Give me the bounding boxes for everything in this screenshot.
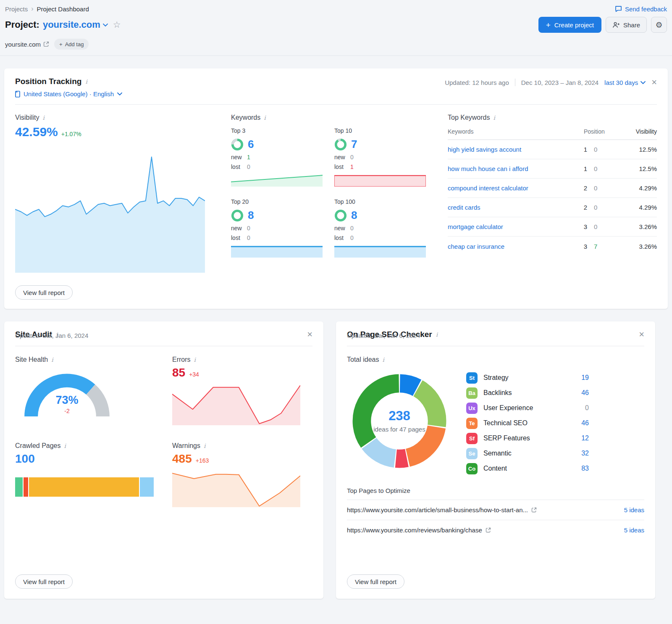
semantic-count-link[interactable]: 32 <box>570 450 589 457</box>
breadcrumb-separator-icon: › <box>31 5 33 13</box>
ideas-donut-chart: 238 ideas for 47 pages <box>347 369 452 474</box>
view-full-report-button[interactable]: View full report <box>15 285 73 300</box>
info-icon[interactable]: i <box>85 78 87 85</box>
site-health-label: Site Health <box>15 356 48 363</box>
breadcrumb-current: Project Dashboard <box>37 5 89 13</box>
keywords-top100-bucket: Top 100 8 new0 lost0 <box>334 198 426 258</box>
position-tracking-title: Position Tracking <box>15 77 81 86</box>
feedback-bubble-icon <box>615 5 622 12</box>
page-url-link[interactable]: https://www.yoursite.com/article/small-b… <box>347 506 537 513</box>
table-row: mortgage calculator 30 3.26% <box>448 217 657 237</box>
top20-count: 8 <box>248 209 254 222</box>
updated-timestamp: Updated: Sat, Jan 6, 2024 <box>15 332 312 346</box>
errors-trend-chart <box>172 385 300 425</box>
favorite-star-icon[interactable]: ☆ <box>113 20 121 30</box>
backlinks-badge: Ba <box>466 387 478 399</box>
period-dropdown[interactable]: last 30 days <box>604 79 646 86</box>
settings-gear-button[interactable]: ⚙ <box>651 17 667 33</box>
top-keywords-section: Top Keywords i Keywords Position Visibil… <box>448 114 657 273</box>
keyword-link[interactable]: high yield savings account <box>448 146 573 153</box>
top100-ring-chart <box>334 209 347 222</box>
chevron-down-icon <box>117 92 122 95</box>
legend-item: Co Content 83 <box>466 461 644 476</box>
site-health-delta: -2 <box>18 408 116 414</box>
top-keywords-table: Keywords Position Visibility high yield … <box>448 128 657 256</box>
technical-seo-count-link[interactable]: 46 <box>570 419 589 427</box>
info-icon[interactable]: i <box>204 442 205 449</box>
table-row: compound interest calculator 20 4.29% <box>448 179 657 198</box>
top100-lost: 0 <box>350 234 354 241</box>
content-count-link[interactable]: 83 <box>570 465 589 472</box>
keyword-link[interactable]: cheap car insurance <box>448 243 573 250</box>
top3-sparkline <box>231 175 323 187</box>
view-full-report-button[interactable]: View full report <box>15 574 73 589</box>
page-url-link[interactable]: https://www.yoursite.com/reviews/banking… <box>347 527 491 534</box>
keyword-link[interactable]: credit cards <box>448 204 573 211</box>
keywords-top10-bucket: Top 10 7 new0 lost1 <box>334 127 426 187</box>
info-icon[interactable]: i <box>194 356 196 363</box>
plus-icon: + <box>546 21 551 29</box>
site-health-section: Site Health i 73% -2 <box>15 356 155 425</box>
project-domain-link[interactable]: yoursite.com <box>5 41 49 48</box>
info-icon[interactable]: i <box>64 442 66 449</box>
keywords-label: Keywords <box>231 114 260 121</box>
view-full-report-button[interactable]: View full report <box>347 574 404 589</box>
top10-sparkline <box>334 175 426 187</box>
total-ideas-value: 238 <box>368 408 431 424</box>
visibility-value: 42.59% <box>15 125 58 139</box>
keywords-top20-bucket: Top 20 8 new0 lost0 <box>231 198 323 258</box>
backlinks-count-link[interactable]: 46 <box>570 389 589 397</box>
page-ideas-link[interactable]: 5 ideas <box>624 527 644 534</box>
site-health-value: 73% <box>18 394 116 407</box>
legend-item: Sf SERP Features 12 <box>466 431 644 446</box>
errors-delta: +34 <box>189 371 199 378</box>
top100-new: 0 <box>350 225 354 232</box>
info-icon[interactable]: i <box>43 114 45 121</box>
page-ideas-link[interactable]: 5 ideas <box>624 506 644 513</box>
add-tag-button[interactable]: + Add tag <box>54 39 89 50</box>
technical-seo-badge: Te <box>466 418 478 429</box>
serp-features-count-link[interactable]: 12 <box>570 434 589 442</box>
gear-icon: ⚙ <box>655 20 662 30</box>
errors-value: 85 <box>172 366 185 379</box>
page-row: https://www.yoursite.com/reviews/banking… <box>347 520 644 540</box>
strategy-count-link[interactable]: 19 <box>570 374 589 382</box>
crawled-pages-bar-chart <box>15 477 154 497</box>
plus-icon: + <box>59 41 63 47</box>
keyword-link[interactable]: compound interest calculator <box>448 184 573 192</box>
site-audit-widget: Site Audit i × Updated: Sat, Jan 6, 2024… <box>4 321 323 599</box>
top10-count: 7 <box>351 138 357 151</box>
external-link-icon <box>486 527 491 533</box>
visibility-delta: +1.07% <box>61 131 81 137</box>
external-link-icon <box>43 41 49 47</box>
info-icon[interactable]: i <box>494 114 495 121</box>
keyword-link[interactable]: mortgage calculator <box>448 223 573 230</box>
warnings-section: Warnings i 485 +163 <box>172 442 312 507</box>
info-icon[interactable]: i <box>383 356 384 363</box>
keyword-link[interactable]: how much house can i afford <box>448 165 573 172</box>
close-icon[interactable]: × <box>651 78 657 87</box>
top20-lost: 0 <box>247 234 250 241</box>
seo-checker-widget: On Page SEO Checker i × Updated: Sat, Ja… <box>336 321 655 599</box>
user-experience-count: 0 <box>570 404 589 412</box>
top20-new: 0 <box>247 225 250 232</box>
project-title: Project: yoursite.com ☆ <box>5 19 121 30</box>
user-experience-badge: Ux <box>466 403 478 414</box>
breadcrumb-projects[interactable]: Projects <box>5 5 28 13</box>
send-feedback-link[interactable]: Send feedback <box>615 5 667 13</box>
visibility-trend-chart <box>15 151 205 273</box>
top-keywords-title: Top Keywords <box>448 114 490 121</box>
table-row: high yield savings account 10 12.5% <box>448 140 657 159</box>
share-button[interactable]: Share <box>606 17 647 33</box>
divider <box>515 79 515 86</box>
semantic-badge: Se <box>466 448 478 459</box>
legend-item: St Strategy 19 <box>466 370 644 385</box>
info-icon[interactable]: i <box>264 114 265 121</box>
info-icon[interactable]: i <box>51 356 53 363</box>
table-row: credit cards 20 4.29% <box>448 198 657 217</box>
project-name-dropdown[interactable]: yoursite.com <box>43 19 108 30</box>
tracking-target-selector[interactable]: United States (Google) · English <box>15 90 122 97</box>
chevron-down-icon <box>103 24 108 26</box>
create-project-button[interactable]: + Create project <box>538 17 601 33</box>
visibility-label: Visibility <box>15 114 39 121</box>
